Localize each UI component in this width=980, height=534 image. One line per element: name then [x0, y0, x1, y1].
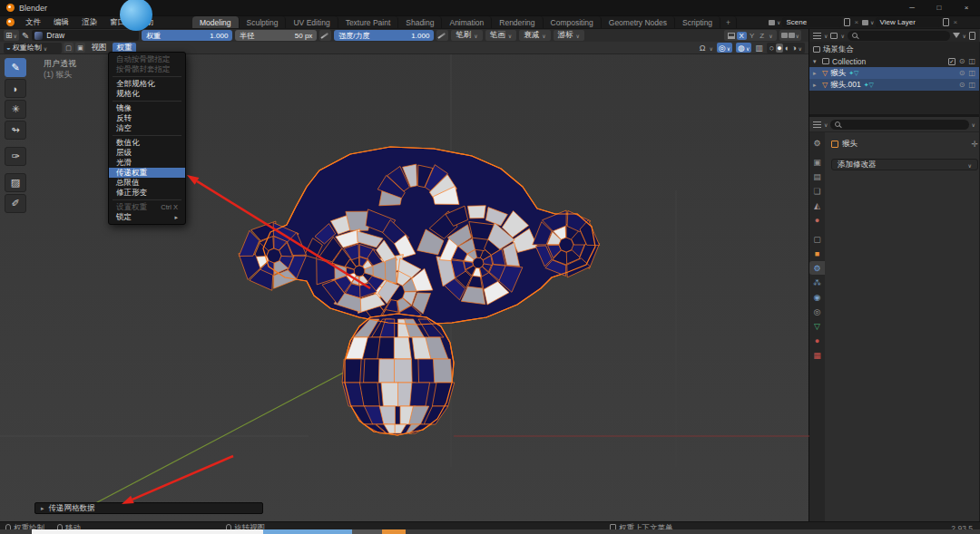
- filter-icon[interactable]: [953, 33, 960, 38]
- falloff-popover[interactable]: 衰减: [519, 30, 550, 41]
- mode-selector[interactable]: ◒ 权重绘制: [4, 43, 62, 53]
- chevron-down-icon[interactable]: [824, 120, 828, 129]
- workspace-tab-texture-paint[interactable]: Texture Paint: [338, 16, 399, 28]
- shading-material-icon[interactable]: ◐: [785, 44, 789, 53]
- strength-pressure-toggle[interactable]: [436, 30, 448, 41]
- chevron-down-icon[interactable]: [799, 44, 802, 53]
- paint-mask-face-toggle[interactable]: ▣: [75, 43, 85, 53]
- properties-search-input[interactable]: [830, 120, 968, 130]
- brush-selector[interactable]: Draw: [32, 30, 139, 41]
- expand-arrow-icon[interactable]: ▸: [813, 70, 819, 77]
- workspace-tab-rendering[interactable]: Rendering: [492, 16, 543, 28]
- chevron-down-icon[interactable]: [840, 31, 844, 40]
- outliner-search-input[interactable]: [848, 31, 950, 41]
- menu-item-14[interactable]: 总限值: [109, 178, 185, 188]
- properties-tab-material[interactable]: ●: [809, 334, 825, 347]
- menu-item-12[interactable]: 光滑: [109, 158, 185, 168]
- properties-tab-world[interactable]: ●: [809, 213, 825, 227]
- checkbox-icon[interactable]: ✓: [948, 58, 956, 65]
- workspace-tab-modeling[interactable]: Modeling: [192, 16, 240, 28]
- outliner-row-collection[interactable]: ▾ Collection ✓: [809, 55, 979, 67]
- menu-item-8[interactable]: 清空: [109, 123, 185, 133]
- radius-pressure-toggle[interactable]: [319, 30, 331, 41]
- properties-tab-particles[interactable]: ⁂: [809, 276, 825, 289]
- workspace-tab-uv-editing[interactable]: UV Editing: [286, 16, 338, 28]
- menu-0[interactable]: 文件: [19, 16, 47, 28]
- editor-type-icon[interactable]: [813, 121, 821, 128]
- menu-item-11[interactable]: 层级: [109, 148, 185, 158]
- camera-icon[interactable]: [968, 81, 975, 89]
- properties-tab-constraints[interactable]: ◎: [809, 305, 825, 318]
- menu-item-6[interactable]: 镜像: [109, 103, 185, 113]
- outliner-row-monkey[interactable]: ▸ ▽ 猴头 ✦▽: [809, 67, 979, 79]
- workspace-tab-animation[interactable]: Animation: [442, 16, 492, 28]
- proportional-edit-toggle[interactable]: ◎: [717, 43, 732, 53]
- workspace-tab-compositing[interactable]: Compositing: [544, 16, 602, 28]
- view-menu[interactable]: 视图: [87, 43, 111, 53]
- minimize-button[interactable]: ─: [898, 0, 926, 15]
- outliner-row-monkey-001[interactable]: ▸ ▽ 猴头.001 ✦▽: [809, 79, 979, 91]
- eye-icon[interactable]: [959, 81, 965, 89]
- radius-slider[interactable]: 半径50 px: [235, 30, 317, 41]
- menu-item-18[interactable]: 锁定▸: [109, 212, 185, 222]
- unlink-scene-icon[interactable]: ×: [852, 18, 860, 26]
- menu-item-10[interactable]: 数值化: [109, 138, 185, 148]
- weight-slider[interactable]: 权重1.000: [142, 30, 232, 41]
- shading-rendered-icon[interactable]: ◑: [791, 44, 796, 53]
- menu-item-15[interactable]: 修正形变: [109, 188, 185, 198]
- tool-draw-brush[interactable]: ✎: [5, 58, 26, 77]
- menu-item-3[interactable]: 全部规格化: [109, 79, 185, 89]
- options-icon[interactable]: [972, 120, 975, 129]
- menu-2[interactable]: 渲染: [75, 16, 103, 28]
- chevron-down-icon[interactable]: [709, 44, 712, 53]
- properties-tab-scene[interactable]: ◭: [809, 199, 825, 212]
- shading-wireframe-icon[interactable]: ○: [769, 44, 774, 53]
- workspace-tab-scripting[interactable]: Scripting: [675, 16, 720, 28]
- tool-smear-brush[interactable]: ↬: [5, 121, 26, 140]
- properties-tab-collection[interactable]: ▢: [809, 232, 825, 246]
- add-modifier-button[interactable]: 添加修改器: [831, 159, 978, 170]
- remove-view-layer-icon[interactable]: ×: [951, 18, 959, 26]
- maximize-button[interactable]: □: [926, 0, 953, 15]
- add-workspace-button[interactable]: +: [720, 16, 737, 28]
- cursor-popover[interactable]: 游标: [554, 30, 584, 41]
- tool-average-brush[interactable]: ✳: [5, 100, 26, 119]
- tool-sample-weight[interactable]: ✑: [5, 147, 26, 166]
- properties-tab-render[interactable]: ▣: [809, 155, 825, 169]
- chevron-down-icon[interactable]: [963, 31, 966, 40]
- tool-gradient-tool[interactable]: ▨: [5, 173, 26, 192]
- scene-selector[interactable]: Scene: [782, 17, 842, 27]
- mirror-popover[interactable]: XYZ: [724, 30, 777, 41]
- eye-icon[interactable]: [959, 69, 965, 77]
- stroke-popover[interactable]: 笔画: [485, 30, 516, 41]
- properties-tab-output[interactable]: ▤: [809, 170, 825, 183]
- strength-slider[interactable]: 强度/力度1.000: [334, 30, 434, 41]
- mirror-axis-x[interactable]: X: [737, 32, 747, 40]
- shading-solid-icon[interactable]: ●: [776, 44, 782, 53]
- operator-panel[interactable]: 传递网格数据: [34, 502, 263, 514]
- snap-magnet-icon[interactable]: Ω: [700, 44, 706, 53]
- chevron-down-icon[interactable]: [824, 31, 828, 40]
- blender-menu-icon[interactable]: [6, 18, 15, 26]
- properties-tab-tool[interactable]: ⚙: [809, 136, 825, 150]
- menu-1[interactable]: 编辑: [47, 16, 75, 28]
- workspace-tab-sculpting[interactable]: Sculpting: [240, 16, 287, 28]
- overlays-toggle[interactable]: ◍: [736, 43, 751, 53]
- chevron-down-icon[interactable]: [777, 18, 780, 26]
- view-layer-selector[interactable]: View Layer: [876, 17, 941, 27]
- menu-item-7[interactable]: 反转: [109, 113, 185, 123]
- camera-icon[interactable]: [968, 57, 975, 65]
- xray-toggle[interactable]: ▥: [755, 44, 763, 53]
- chevron-down-icon[interactable]: [870, 18, 874, 26]
- brush-icon[interactable]: ✎: [22, 31, 29, 41]
- collapse-arrow-icon[interactable]: ▾: [813, 58, 819, 65]
- new-collection-icon[interactable]: [969, 32, 975, 40]
- camera-icon[interactable]: [968, 69, 975, 77]
- tool-annotate-tool[interactable]: ✐: [5, 194, 26, 213]
- filter-objects-icon[interactable]: [830, 33, 838, 39]
- new-scene-icon[interactable]: [844, 18, 850, 26]
- tool-blur-brush[interactable]: ◗: [5, 79, 26, 98]
- mirror-axis-z[interactable]: Z: [757, 32, 767, 40]
- falloff-popover[interactable]: [779, 30, 801, 41]
- mirror-axis-y[interactable]: Y: [747, 32, 757, 40]
